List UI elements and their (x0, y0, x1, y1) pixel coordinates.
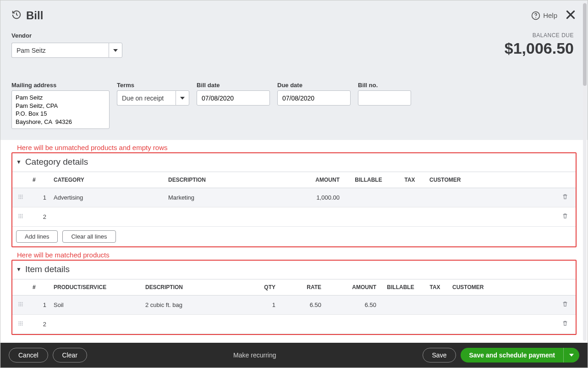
drag-handle-icon[interactable] (12, 207, 29, 227)
delete-row-icon[interactable] (555, 296, 576, 315)
cell-qty[interactable] (233, 315, 279, 334)
svg-point-35 (22, 321, 22, 322)
svg-point-23 (22, 217, 22, 218)
clear-button[interactable]: Clear (53, 348, 87, 362)
clear-all-lines-button[interactable]: Clear all lines (62, 230, 115, 243)
cell-billable[interactable] (380, 296, 421, 315)
cell-billable[interactable] (343, 207, 394, 227)
cell-amount[interactable] (284, 207, 343, 227)
balance-due-amount: $1,006.50 (505, 39, 574, 57)
svg-point-18 (18, 216, 19, 217)
due-date-input[interactable] (277, 90, 351, 106)
col-tax: TAX (421, 279, 449, 296)
col-description: DESCRIPTION (165, 172, 284, 188)
delete-row-icon[interactable] (555, 207, 576, 227)
annotation-item: Here will be matched products (17, 251, 577, 259)
svg-point-27 (18, 304, 19, 305)
add-lines-button[interactable]: Add lines (16, 230, 58, 243)
cancel-button[interactable]: Cancel (9, 348, 48, 362)
cell-billable[interactable] (343, 188, 394, 207)
col-amount: AMOUNT (284, 172, 343, 188)
cell-rate[interactable] (279, 315, 325, 334)
cell-description[interactable]: 2 cubic ft. bag (142, 296, 233, 315)
cell-tax[interactable] (394, 207, 426, 227)
terms-value[interactable]: Due on receipt (117, 90, 176, 106)
svg-point-11 (22, 196, 22, 197)
col-amount: AMOUNT (325, 279, 380, 296)
cell-description[interactable] (142, 315, 233, 334)
bill-header: Bill Help Vendor Pam Seitz (0, 0, 588, 140)
cell-product[interactable] (50, 315, 142, 334)
drag-handle-icon[interactable] (12, 188, 29, 207)
svg-point-40 (20, 324, 21, 325)
svg-point-10 (20, 196, 21, 197)
cell-customer[interactable] (449, 296, 555, 315)
item-table: # PRODUCT/SERVICE DESCRIPTION QTY RATE A… (12, 279, 576, 334)
table-row[interactable]: 1Soil2 cubic ft. bag16.506.50 (12, 296, 576, 315)
svg-point-38 (22, 323, 22, 324)
chevron-down-icon[interactable] (176, 90, 189, 106)
cell-customer[interactable] (449, 315, 555, 334)
cell-customer[interactable] (426, 188, 555, 207)
item-details-toggle[interactable]: ▼ Item details (12, 261, 576, 279)
bill-no-input[interactable] (358, 90, 411, 106)
bill-date-input[interactable] (197, 90, 270, 106)
save-and-schedule-button[interactable]: Save and schedule payment (461, 348, 563, 362)
row-index: 1 (29, 188, 50, 207)
vendor-select-value[interactable]: Pam Seitz (11, 43, 109, 58)
category-table: # CATEGORY DESCRIPTION AMOUNT BILLABLE T… (12, 172, 576, 227)
svg-point-30 (18, 305, 19, 306)
due-date-label: Due date (277, 82, 351, 89)
make-recurring-link[interactable]: Make recurring (233, 351, 276, 359)
svg-point-21 (18, 217, 19, 218)
item-details-section: ▼ Item details # PRODUCT/SERVICE DESCRIP… (11, 260, 577, 335)
caret-down-icon: ▼ (16, 159, 22, 165)
svg-point-36 (18, 323, 19, 324)
svg-point-33 (18, 321, 19, 322)
cell-qty[interactable]: 1 (233, 296, 279, 315)
terms-select[interactable]: Due on receipt (117, 90, 189, 106)
cell-tax[interactable] (394, 188, 426, 207)
cell-amount[interactable]: 1,000.00 (284, 188, 343, 207)
table-row[interactable]: 2 (12, 315, 576, 334)
col-tax: TAX (394, 172, 426, 188)
col-billable: BILLABLE (343, 172, 394, 188)
cell-product[interactable]: Soil (50, 296, 142, 315)
cell-tax[interactable] (421, 315, 449, 334)
drag-handle-icon[interactable] (12, 296, 29, 315)
scrollbar[interactable] (583, 2, 587, 341)
bill-no-label: Bill no. (358, 82, 411, 89)
cell-category[interactable] (50, 207, 165, 227)
mailing-label: Mailing address (11, 82, 110, 89)
vendor-select[interactable]: Pam Seitz (11, 43, 122, 58)
svg-point-17 (22, 214, 22, 215)
cell-description[interactable] (165, 207, 284, 227)
save-and-schedule-caret[interactable] (563, 348, 579, 362)
col-rate: RATE (279, 279, 325, 296)
col-product: PRODUCT/SERVICE (50, 279, 142, 296)
table-row[interactable]: 2 (12, 207, 576, 227)
svg-point-20 (22, 216, 22, 217)
mailing-address-input[interactable]: Pam Seitz Pam Seitz, CPA P.O. Box 15 Bay… (11, 90, 110, 129)
cell-billable[interactable] (380, 315, 421, 334)
delete-row-icon[interactable] (555, 315, 576, 334)
save-button[interactable]: Save (423, 348, 456, 362)
history-icon[interactable] (11, 10, 22, 21)
cell-tax[interactable] (421, 296, 449, 315)
svg-point-7 (20, 195, 21, 195)
cell-customer[interactable] (426, 207, 555, 227)
close-button[interactable] (565, 9, 577, 22)
table-row[interactable]: 1AdvertisingMarketing1,000.00 (12, 188, 576, 207)
chevron-down-icon[interactable] (109, 43, 122, 58)
category-details-toggle[interactable]: ▼ Category details (12, 153, 576, 172)
drag-handle-icon[interactable] (12, 315, 29, 334)
svg-point-41 (22, 324, 22, 325)
cell-description[interactable]: Marketing (165, 188, 284, 207)
delete-row-icon[interactable] (555, 188, 576, 207)
cell-amount[interactable]: 6.50 (325, 296, 380, 315)
cell-amount[interactable] (325, 315, 380, 334)
cell-category[interactable]: Advertising (50, 188, 165, 207)
help-link[interactable]: Help (531, 11, 557, 20)
svg-point-26 (22, 302, 22, 303)
cell-rate[interactable]: 6.50 (279, 296, 325, 315)
